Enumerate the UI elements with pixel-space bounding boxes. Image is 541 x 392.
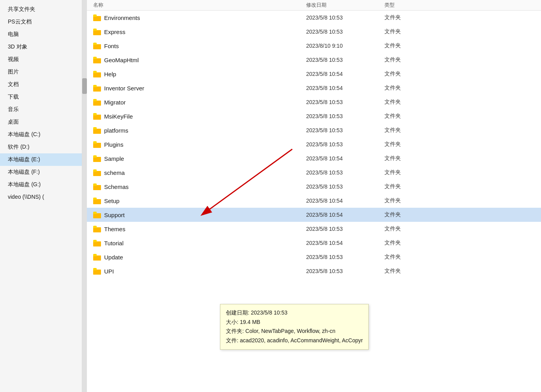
file-date: 2023/5/8 10:53: [306, 57, 384, 63]
file-name-cell: Setup: [87, 197, 306, 204]
file-name: Express: [104, 29, 125, 35]
col-header-name[interactable]: 名称: [87, 2, 306, 9]
file-name-cell: Themes: [87, 225, 306, 232]
table-row[interactable]: Express2023/5/8 10:53文件夹: [87, 25, 541, 39]
file-name: Sample: [104, 155, 124, 162]
file-name-cell: Update: [87, 254, 306, 261]
sidebar-item-video[interactable]: 视频: [0, 53, 82, 66]
sidebar-item-music[interactable]: 音乐: [0, 103, 82, 116]
file-name-cell: GeoMapHtml: [87, 56, 306, 63]
file-date: 2023/5/8 10:54: [306, 198, 384, 204]
table-row[interactable]: Update2023/5/8 10:53文件夹: [87, 250, 541, 264]
sidebar-item-pictures[interactable]: 图片: [0, 66, 82, 78]
tooltip-files-label: 文件:: [226, 337, 238, 343]
table-row[interactable]: Tutorial2023/5/8 10:54文件夹: [87, 236, 541, 250]
file-type: 文件夹: [384, 14, 541, 21]
file-name: Schemas: [104, 183, 129, 190]
sidebar-item-local-f[interactable]: 本地磁盘 (F:): [0, 166, 82, 178]
file-name: Fonts: [104, 43, 119, 49]
file-name: Help: [104, 71, 116, 77]
folder-icon: [93, 127, 101, 134]
file-name-cell: Sample: [87, 155, 306, 162]
table-row[interactable]: Migrator2023/5/8 10:53文件夹: [87, 95, 541, 109]
file-name-cell: Help: [87, 70, 306, 77]
table-row[interactable]: UPI2023/5/8 10:53文件夹: [87, 264, 541, 278]
table-row[interactable]: Support2023/5/8 10:54文件夹: [87, 208, 541, 222]
sidebar-item-dns-video[interactable]: video (\\DNS) (: [0, 191, 82, 203]
file-type: 文件夹: [384, 42, 541, 49]
sidebar-item-desktop[interactable]: 桌面: [0, 116, 82, 128]
file-date: 2023/8/10 9:10: [306, 43, 384, 49]
table-row[interactable]: Schemas2023/5/8 10:53文件夹: [87, 180, 541, 194]
file-name: GeoMapHtml: [104, 57, 139, 63]
tooltip-files: 文件: acad2020, acadinfo, AcCommandWeight,…: [226, 336, 363, 345]
tooltip-size: 大小: 19.4 MB: [226, 318, 363, 327]
file-name: Migrator: [104, 99, 126, 106]
tooltip-create-date: 创建日期: 2023/5/8 10:53: [226, 308, 363, 318]
file-date: 2023/5/8 10:54: [306, 71, 384, 77]
sidebar-item-documents[interactable]: 文档: [0, 78, 82, 91]
folder-icon: [93, 211, 101, 218]
file-name: Tutorial: [104, 240, 123, 246]
file-type: 文件夹: [384, 85, 541, 92]
table-row[interactable]: Fonts2023/8/10 9:10文件夹: [87, 39, 541, 53]
sidebar-item-local-e[interactable]: 本地磁盘 (E:): [0, 153, 82, 166]
file-name-cell: Migrator: [87, 99, 306, 106]
tooltip-create-date-value: 2023/5/8 10:53: [251, 309, 287, 316]
folder-icon: [93, 99, 101, 106]
sidebar-item-shared-folder[interactable]: 共享文件夹: [0, 3, 82, 16]
file-date: 2023/5/8 10:53: [306, 169, 384, 176]
tooltip-folders-value: Color, NewTabPage, Workflow, zh-cn: [245, 328, 335, 334]
table-row[interactable]: Plugins2023/5/8 10:53文件夹: [87, 137, 541, 151]
file-name-cell: Express: [87, 28, 306, 35]
folder-icon: [93, 42, 101, 49]
table-row[interactable]: GeoMapHtml2023/5/8 10:53文件夹: [87, 53, 541, 67]
file-date: 2023/5/8 10:53: [306, 183, 384, 190]
sidebar-item-computer[interactable]: 电脑: [0, 28, 82, 41]
file-type: 文件夹: [384, 127, 541, 134]
file-name-cell: UPI: [87, 268, 306, 275]
folder-icon: [93, 56, 101, 63]
table-row[interactable]: Inventor Server2023/5/8 10:54文件夹: [87, 81, 541, 95]
file-name: Inventor Server: [104, 85, 144, 92]
file-name-cell: MsiKeyFile: [87, 113, 306, 120]
sidebar: 共享文件夹PS云文档电脑3D 对象视频图片文档下载音乐桌面本地磁盘 (C:)软件…: [0, 0, 82, 392]
file-name: platforms: [104, 127, 128, 134]
folder-icon: [93, 28, 101, 35]
folder-icon: [93, 85, 101, 92]
sidebar-scrollbar[interactable]: [82, 0, 87, 392]
table-row[interactable]: Themes2023/5/8 10:53文件夹: [87, 222, 541, 236]
file-date: 2023/5/8 10:54: [306, 155, 384, 162]
sidebar-item-downloads[interactable]: 下载: [0, 91, 82, 103]
folder-icon: [93, 155, 101, 162]
file-date: 2023/5/8 10:53: [306, 268, 384, 274]
table-row[interactable]: MsiKeyFile2023/5/8 10:53文件夹: [87, 109, 541, 123]
sidebar-item-local-c[interactable]: 本地磁盘 (C:): [0, 128, 82, 141]
file-type: 文件夹: [384, 28, 541, 35]
col-header-date[interactable]: 修改日期: [306, 2, 384, 9]
file-type: 文件夹: [384, 254, 541, 261]
sidebar-item-ps-cloud[interactable]: PS云文档: [0, 16, 82, 28]
table-row[interactable]: Sample2023/5/8 10:54文件夹: [87, 151, 541, 165]
file-name-cell: platforms: [87, 127, 306, 134]
table-row[interactable]: Help2023/5/8 10:54文件夹: [87, 67, 541, 81]
sidebar-item-3d-object[interactable]: 3D 对象: [0, 41, 82, 53]
file-type: 文件夹: [384, 183, 541, 190]
table-row[interactable]: Environments2023/5/8 10:53文件夹: [87, 11, 541, 25]
sidebar-item-local-g[interactable]: 本地磁盘 (G:): [0, 178, 82, 191]
table-row[interactable]: platforms2023/5/8 10:53文件夹: [87, 123, 541, 137]
file-name-cell: Tutorial: [87, 239, 306, 246]
scrollbar-thumb[interactable]: [82, 78, 87, 94]
file-type: 文件夹: [384, 70, 541, 77]
folder-icon: [93, 225, 101, 232]
file-type: 文件夹: [384, 225, 541, 232]
table-row[interactable]: schema2023/5/8 10:53文件夹: [87, 165, 541, 180]
file-name-cell: Environments: [87, 14, 306, 21]
file-name: UPI: [104, 268, 114, 275]
tooltip: 创建日期: 2023/5/8 10:53 大小: 19.4 MB 文件夹: Co…: [220, 304, 369, 350]
sidebar-item-disk-d[interactable]: 软件 (D:): [0, 141, 82, 153]
file-type: 文件夹: [384, 113, 541, 120]
folder-icon: [93, 254, 101, 261]
table-row[interactable]: Setup2023/5/8 10:54文件夹: [87, 194, 541, 208]
col-header-type[interactable]: 类型: [384, 2, 541, 9]
